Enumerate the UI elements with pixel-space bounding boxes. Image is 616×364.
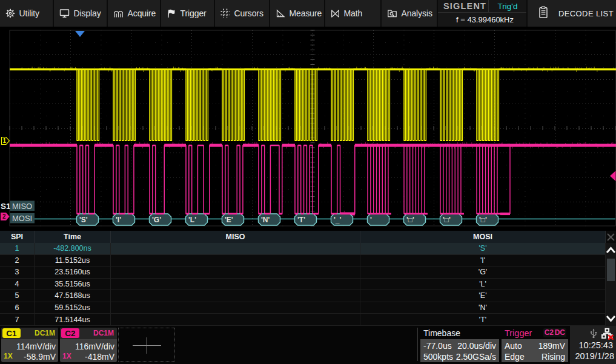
menu-item-display[interactable]: Display <box>54 0 108 27</box>
channel1-chip: C1 <box>2 328 21 338</box>
siglent-logo: SIGLENT <box>438 0 489 12</box>
decode-bubble: 'T' <box>295 214 317 225</box>
svg-text:'E': 'E' <box>225 216 233 224</box>
svg-text:'□': '□' <box>479 216 487 224</box>
column-header-time[interactable]: Time <box>35 231 111 243</box>
timebase-panel[interactable]: Timebase -77.0us 20.0us/div 500kpts 2.50… <box>420 328 499 362</box>
table-cell: -482.800ns <box>35 243 111 254</box>
table-cell <box>111 266 360 278</box>
menu-item-math[interactable]: Math <box>325 0 382 27</box>
trigger-coupling: DC <box>554 328 566 337</box>
decode-bubble: 'G' <box>150 214 171 225</box>
bus-label: S1 <box>1 202 11 211</box>
svg-text:'T': 'T' <box>297 216 305 224</box>
table-cell: 'I' <box>360 255 606 266</box>
table-cell: 59.5152us <box>35 302 111 314</box>
setsquare-icon <box>276 8 285 18</box>
scrollbar-thumb[interactable] <box>607 259 615 281</box>
clock-date: 2019/1/28 <box>575 351 614 361</box>
menu-item-analysis[interactable]: Analysis <box>382 0 438 27</box>
table-cell: 35.5156us <box>35 279 111 290</box>
menu-item-measure[interactable]: Measure <box>270 0 325 27</box>
trigger-panel[interactable]: Trigger C2 DC Auto 189mV Edge Rising <box>502 328 568 362</box>
menu-label: Measure <box>290 8 322 18</box>
table-body: 1-482.800ns'S'211.5152us'I'323.5160us'G'… <box>0 243 606 326</box>
channel1-vdiv: 114mV/div <box>16 342 56 351</box>
trigger-slope: Rising <box>541 352 565 362</box>
miso-label: MISO <box>12 202 32 211</box>
svg-text:'I': 'I' <box>116 216 121 224</box>
table-cell <box>111 255 360 266</box>
menu-label: Analysis <box>402 8 432 18</box>
menu-item-trigger[interactable]: Trigger <box>161 0 215 27</box>
menu-label: Cursors <box>234 8 263 18</box>
table-close-button[interactable] <box>606 231 616 243</box>
table-cell: 3 <box>0 266 35 278</box>
table-cell: 'T' <box>360 314 606 325</box>
decode-bubble: '_' <box>331 214 353 225</box>
menu-item-utility[interactable]: Utility <box>0 0 54 27</box>
table-cell: 6 <box>0 302 35 314</box>
decode-table: SPITimeMISOMOSI 1-482.800ns'S'211.5152us… <box>0 231 616 326</box>
table-row[interactable]: 547.5168us'E' <box>0 290 606 302</box>
menu-item-cursors[interactable]: Cursors <box>215 0 270 27</box>
channel2-offset: -418mV <box>85 352 114 362</box>
table-row[interactable]: 1-482.800ns'S' <box>0 243 606 255</box>
monitor-icon <box>59 8 70 18</box>
add-channel-box[interactable] <box>118 328 175 362</box>
decode-list-header[interactable]: DECODE LIST <box>528 0 616 27</box>
usb-icon <box>589 328 598 341</box>
decode-bubble: 'L' <box>186 214 208 225</box>
table-row[interactable]: 323.5160us'G' <box>0 266 606 279</box>
table-cell: 'E' <box>360 290 606 302</box>
table-row[interactable]: 771.5144us'T' <box>0 314 606 326</box>
menu-item-acquire[interactable]: Acquire <box>108 0 161 27</box>
trigger-status: Trig'd <box>489 0 526 12</box>
table-scrollbar[interactable] <box>606 243 616 326</box>
channel2-box[interactable]: C2 DC1M 116mV/div 1X -418mV <box>60 328 117 362</box>
decode-bubble: 'I' <box>113 214 135 225</box>
channel1-box[interactable]: C1 DC1M 114mV/div 1X -58.9mV <box>1 328 58 362</box>
table-cell: 47.5168us <box>35 290 111 302</box>
waveform-display[interactable]: 'S''I''G''L''E''N''T''_'''□''□''□'S1MISO… <box>0 27 616 231</box>
channel2-probe: 1X <box>62 352 71 360</box>
decode-bubble: 'N' <box>259 214 280 225</box>
decode-bubble: ' <box>368 214 389 225</box>
svg-text:'N': 'N' <box>261 216 270 224</box>
gear-icon <box>5 8 15 18</box>
scroll-down-icon[interactable] <box>606 313 616 325</box>
column-header-spi[interactable]: SPI <box>0 231 35 243</box>
column-header-mosi[interactable]: MOSI <box>360 231 606 243</box>
table-cell: 'L' <box>360 279 606 290</box>
table-cell: 'G' <box>360 266 606 278</box>
bowtie-icon <box>331 9 340 18</box>
table-header: SPITimeMISOMOSI <box>0 231 606 243</box>
table-row[interactable]: 435.5156us'L' <box>0 279 606 291</box>
svg-text:1: 1 <box>3 137 7 144</box>
plus-icon-vertical <box>147 337 147 354</box>
table-cell: 1 <box>0 243 35 254</box>
arch-icon <box>113 9 124 18</box>
table-cell <box>111 314 360 325</box>
svg-text:'S': 'S' <box>79 216 88 224</box>
svg-text:'G': 'G' <box>152 216 161 224</box>
decode-bubble: '□' <box>440 214 462 225</box>
channel2-coupling: DC1M <box>93 329 114 337</box>
table-cell: 5 <box>0 290 35 302</box>
table-cell <box>111 302 360 314</box>
scroll-up-icon[interactable] <box>606 244 616 256</box>
crosshatch-icon <box>220 8 230 18</box>
decode-bubble: '□' <box>404 214 426 225</box>
svg-text:'□': '□' <box>443 216 451 224</box>
trigger-title: Trigger <box>505 328 532 338</box>
decode-bubble: 'E' <box>222 214 244 225</box>
column-header-miso[interactable]: MISO <box>111 231 360 243</box>
table-cell <box>111 290 360 302</box>
table-cell: 23.5160us <box>35 266 111 278</box>
table-row[interactable]: 211.5152us'I' <box>0 255 606 267</box>
svg-text:'L': 'L' <box>188 216 196 224</box>
table-cell: 'S' <box>360 243 606 254</box>
clock-box: 10:25:43 2019/1/28 <box>570 326 616 364</box>
table-row[interactable]: 659.5152us'N' <box>0 302 606 314</box>
channel1-coupling: DC1M <box>35 329 55 337</box>
